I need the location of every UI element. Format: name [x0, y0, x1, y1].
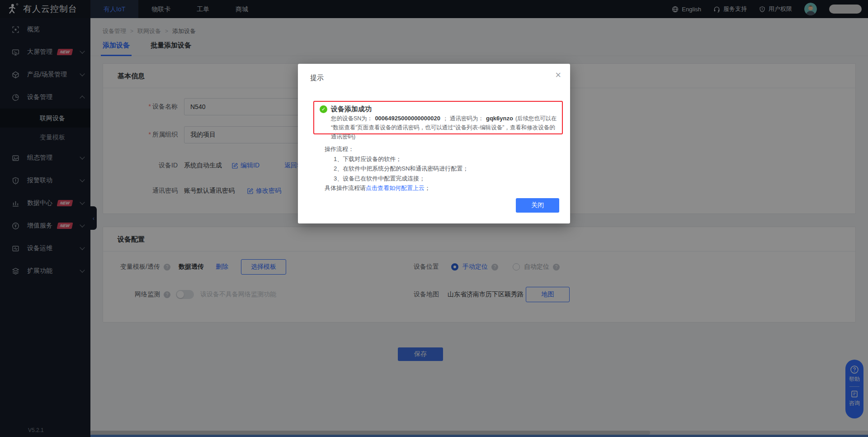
- device-sn-value: 00064925000000000020: [375, 115, 440, 122]
- check-circle-icon: ✓: [320, 105, 327, 113]
- success-dialog: 提示 × ✓ 设备添加成功 您的设备SN为：000649250000000000…: [298, 64, 570, 223]
- more-info-line: 具体操作流程请点击查看如何配置上云；: [325, 183, 468, 193]
- step-item: 3、设备已在软件中配置完成连接；: [325, 174, 468, 184]
- step-item: 1、下载对应设备的软件；: [325, 154, 468, 164]
- dialog-close-button[interactable]: 关闭: [516, 198, 559, 213]
- dialog-title: 提示: [310, 74, 324, 82]
- comm-password-value: gqk6ynzo: [486, 115, 513, 122]
- success-detail-text: 您的设备SN为：00064925000000000020； 通讯密码为：gqk6…: [331, 114, 557, 141]
- step-item: 2、在软件中把系统分配的SN和通讯密码进行配置；: [325, 164, 468, 174]
- success-title: 设备添加成功: [331, 105, 372, 114]
- operation-steps: 操作流程： 1、下载对应设备的软件； 2、在软件中把系统分配的SN和通讯密码进行…: [325, 144, 468, 193]
- steps-title: 操作流程：: [325, 144, 468, 154]
- close-icon[interactable]: ×: [555, 70, 561, 80]
- success-highlight-box: ✓ 设备添加成功 您的设备SN为：00064925000000000020； 通…: [313, 101, 563, 134]
- success-header: ✓ 设备添加成功: [320, 105, 557, 114]
- app-root: 有人云控制台 有人IoT 物联卡 工单 商城 English: [0, 0, 868, 437]
- how-to-configure-link[interactable]: 点击查看如何配置上云: [366, 185, 425, 191]
